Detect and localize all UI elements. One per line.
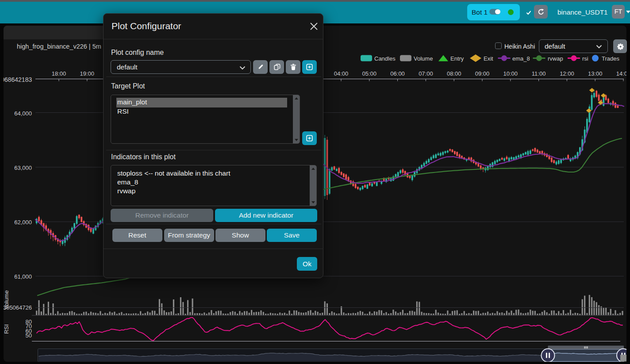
svg-text:19:00: 19:00 — [80, 70, 95, 77]
svg-text:64,000: 64,000 — [14, 110, 32, 117]
svg-text:Exit: Exit — [484, 55, 493, 62]
svg-text:ema_8: ema_8 — [512, 55, 530, 62]
svg-text:10:00: 10:00 — [503, 70, 518, 77]
svg-text:rsi: rsi — [582, 55, 588, 62]
svg-text:12:00: 12:00 — [560, 70, 574, 77]
svg-text:63,000: 63,000 — [14, 165, 32, 171]
svg-text:Volume: Volume — [414, 55, 433, 62]
svg-text:14:00: 14:00 — [616, 70, 626, 77]
svg-text:18:00: 18:00 — [52, 70, 66, 77]
svg-text:rvwap: rvwap — [548, 55, 563, 62]
svg-text:08:00: 08:00 — [447, 70, 461, 77]
svg-text:50: 50 — [26, 332, 32, 339]
svg-text:07:00: 07:00 — [419, 70, 433, 77]
svg-text:09:00: 09:00 — [475, 70, 490, 77]
svg-text:Volume: Volume — [4, 290, 10, 309]
svg-text:Candles: Candles — [374, 55, 396, 62]
svg-text:05:00: 05:00 — [362, 70, 377, 77]
svg-text:11:00: 11:00 — [532, 70, 546, 77]
svg-text:62,000: 62,000 — [14, 219, 32, 226]
svg-text:06:00: 06:00 — [390, 70, 405, 77]
svg-text:Trades: Trades — [602, 55, 619, 62]
svg-text:RSI: RSI — [4, 324, 10, 334]
svg-text:068642183: 068642183 — [4, 76, 32, 83]
svg-text:13:00: 13:00 — [588, 70, 603, 77]
svg-text:04:00: 04:00 — [334, 70, 349, 77]
svg-text:high_frog_binance_v226 | 5m: high_frog_binance_v226 | 5m — [17, 43, 101, 50]
svg-text:Entry: Entry — [450, 55, 464, 62]
svg-text:61,000: 61,000 — [14, 273, 32, 280]
